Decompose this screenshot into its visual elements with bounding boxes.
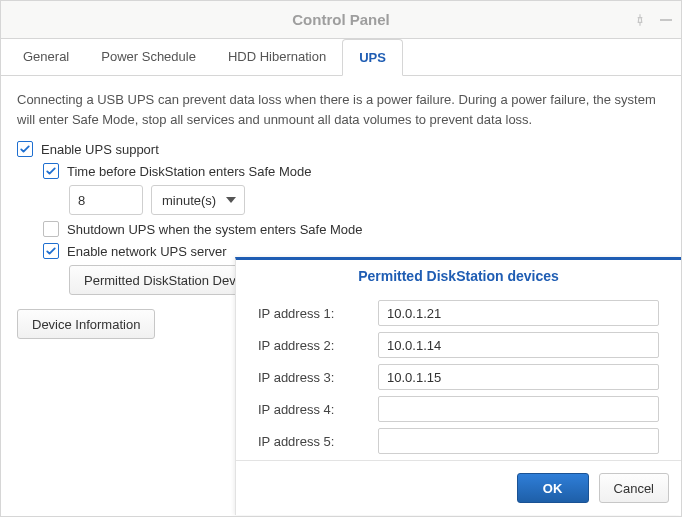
ok-button[interactable]: OK [517,473,589,503]
window-title: Control Panel [292,11,390,28]
time-value-input[interactable] [69,185,143,215]
ip-row-1: IP address 1: [258,300,659,326]
shutdown-ups-checkbox[interactable] [43,221,59,237]
ip-input-2[interactable] [378,332,659,358]
tab-bar: General Power Schedule HDD Hibernation U… [1,39,681,76]
dialog-footer: OK Cancel [236,460,681,515]
tab-general[interactable]: General [7,39,85,75]
ip-input-1[interactable] [378,300,659,326]
time-unit-label: minute(s) [162,193,216,208]
device-information-button[interactable]: Device Information [17,309,155,339]
ip-label-1: IP address 1: [258,306,378,321]
tab-ups[interactable]: UPS [342,39,403,76]
tab-hdd-hibernation[interactable]: HDD Hibernation [212,39,342,75]
time-unit-select[interactable]: minute(s) [151,185,245,215]
permitted-devices-dialog: Permitted DiskStation devices IP address… [235,257,681,515]
ip-label-4: IP address 4: [258,402,378,417]
network-ups-checkbox[interactable] [43,243,59,259]
shutdown-ups-row: Shutdown UPS when the system enters Safe… [43,221,665,237]
ip-row-2: IP address 2: [258,332,659,358]
dialog-body: IP address 1: IP address 2: IP address 3… [236,300,681,454]
enable-ups-label: Enable UPS support [41,142,159,157]
dialog-title: Permitted DiskStation devices [236,260,681,294]
tab-power-schedule[interactable]: Power Schedule [85,39,212,75]
minimize-icon[interactable] [659,13,673,27]
time-before-checkbox[interactable] [43,163,59,179]
enable-ups-checkbox[interactable] [17,141,33,157]
chevron-down-icon [226,197,236,203]
time-before-label: Time before DiskStation enters Safe Mode [67,164,311,179]
network-ups-label: Enable network UPS server [67,244,227,259]
enable-ups-row: Enable UPS support [17,141,665,157]
window-controls [633,1,673,39]
ip-input-4[interactable] [378,396,659,422]
ip-label-2: IP address 2: [258,338,378,353]
ip-row-4: IP address 4: [258,396,659,422]
ip-label-5: IP address 5: [258,434,378,449]
pin-icon[interactable] [633,13,647,27]
ip-input-3[interactable] [378,364,659,390]
time-before-value-row: minute(s) [69,185,665,215]
intro-text: Connecting a USB UPS can prevent data lo… [17,90,665,129]
control-panel-window: Control Panel General Power Schedule HDD… [0,0,682,517]
ip-input-5[interactable] [378,428,659,454]
ip-row-5: IP address 5: [258,428,659,454]
shutdown-ups-label: Shutdown UPS when the system enters Safe… [67,222,363,237]
ip-row-3: IP address 3: [258,364,659,390]
ip-label-3: IP address 3: [258,370,378,385]
time-before-row: Time before DiskStation enters Safe Mode [43,163,665,179]
titlebar: Control Panel [1,1,681,39]
cancel-button[interactable]: Cancel [599,473,669,503]
